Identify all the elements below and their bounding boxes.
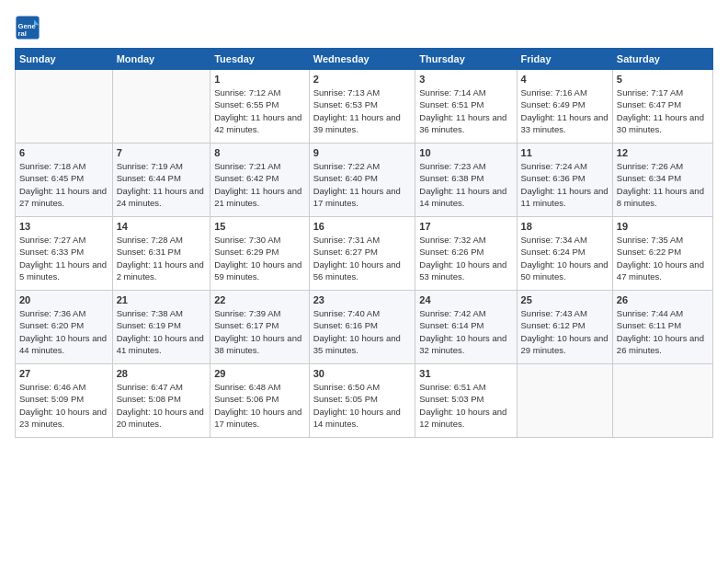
day-info: Sunrise: 7:36 AMSunset: 6:20 PMDaylight:… [19,307,108,356]
day-number: 21 [117,294,207,305]
logo: Gene ral [15,15,44,40]
day-number: 31 [419,368,512,379]
day-number: 4 [521,74,609,85]
day-info: Sunrise: 7:44 AMSunset: 6:11 PMDaylight:… [617,307,709,356]
col-header-sunday: Sunday [16,49,113,70]
day-cell [517,364,612,438]
day-info: Sunrise: 7:22 AMSunset: 6:40 PMDaylight:… [313,160,412,209]
day-number: 25 [521,294,609,305]
day-info: Sunrise: 6:50 AMSunset: 5:05 PMDaylight:… [313,381,412,430]
day-info: Sunrise: 6:48 AMSunset: 5:06 PMDaylight:… [214,381,305,430]
calendar-table: SundayMondayTuesdayWednesdayThursdayFrid… [15,48,713,438]
day-cell: 16Sunrise: 7:31 AMSunset: 6:27 PMDayligh… [309,217,415,291]
day-cell: 31Sunrise: 6:51 AMSunset: 5:03 PMDayligh… [415,364,517,438]
day-cell: 24Sunrise: 7:42 AMSunset: 6:14 PMDayligh… [415,291,517,364]
header: Gene ral [15,15,713,40]
day-info: Sunrise: 7:35 AMSunset: 6:22 PMDaylight:… [617,234,709,282]
day-cell: 14Sunrise: 7:28 AMSunset: 6:31 PMDayligh… [112,217,210,291]
day-number: 20 [19,294,108,305]
day-cell: 12Sunrise: 7:26 AMSunset: 6:34 PMDayligh… [612,144,712,217]
day-cell: 6Sunrise: 7:18 AMSunset: 6:45 PMDaylight… [16,144,113,217]
day-number: 12 [617,147,709,158]
day-info: Sunrise: 7:27 AMSunset: 6:33 PMDaylight:… [19,234,108,282]
day-cell: 20Sunrise: 7:36 AMSunset: 6:20 PMDayligh… [16,291,113,364]
day-info: Sunrise: 7:14 AMSunset: 6:51 PMDaylight:… [419,86,512,135]
day-number: 22 [214,294,305,305]
day-info: Sunrise: 6:51 AMSunset: 5:03 PMDaylight:… [419,381,512,430]
day-number: 17 [419,221,512,232]
day-info: Sunrise: 7:31 AMSunset: 6:27 PMDaylight:… [313,234,412,282]
day-cell: 10Sunrise: 7:23 AMSunset: 6:38 PMDayligh… [415,144,517,217]
day-cell: 28Sunrise: 6:47 AMSunset: 5:08 PMDayligh… [112,364,210,438]
svg-text:ral: ral [18,29,27,38]
day-info: Sunrise: 7:28 AMSunset: 6:31 PMDaylight:… [117,234,207,282]
day-number: 13 [19,221,108,232]
day-number: 18 [521,221,609,232]
day-number: 29 [214,368,305,379]
day-number: 7 [117,147,207,158]
day-cell: 23Sunrise: 7:40 AMSunset: 6:16 PMDayligh… [309,291,415,364]
day-info: Sunrise: 7:19 AMSunset: 6:44 PMDaylight:… [117,160,207,209]
day-cell [16,70,113,144]
day-number: 15 [214,221,305,232]
day-number: 26 [617,294,709,305]
day-number: 27 [19,368,108,379]
day-number: 19 [617,221,709,232]
day-cell: 3Sunrise: 7:14 AMSunset: 6:51 PMDaylight… [415,70,517,144]
day-number: 16 [313,221,412,232]
day-info: Sunrise: 7:12 AMSunset: 6:55 PMDaylight:… [214,86,305,135]
day-cell: 1Sunrise: 7:12 AMSunset: 6:55 PMDaylight… [210,70,310,144]
day-number: 8 [214,147,305,158]
day-number: 11 [521,147,609,158]
day-cell: 21Sunrise: 7:38 AMSunset: 6:19 PMDayligh… [112,291,210,364]
day-info: Sunrise: 7:21 AMSunset: 6:42 PMDaylight:… [214,160,305,209]
day-cell [612,364,712,438]
col-header-saturday: Saturday [612,49,712,70]
day-cell: 17Sunrise: 7:32 AMSunset: 6:26 PMDayligh… [415,217,517,291]
day-cell: 27Sunrise: 6:46 AMSunset: 5:09 PMDayligh… [16,364,113,438]
day-number: 2 [313,74,412,85]
col-header-friday: Friday [517,49,612,70]
day-info: Sunrise: 7:26 AMSunset: 6:34 PMDaylight:… [617,160,709,209]
day-info: Sunrise: 7:18 AMSunset: 6:45 PMDaylight:… [19,160,108,209]
col-header-monday: Monday [112,49,210,70]
day-info: Sunrise: 6:47 AMSunset: 5:08 PMDaylight:… [117,381,207,430]
day-number: 24 [419,294,512,305]
day-cell: 13Sunrise: 7:27 AMSunset: 6:33 PMDayligh… [16,217,113,291]
day-info: Sunrise: 7:38 AMSunset: 6:19 PMDaylight:… [117,307,207,356]
logo-icon: Gene ral [15,15,40,40]
day-cell: 18Sunrise: 7:34 AMSunset: 6:24 PMDayligh… [517,217,612,291]
day-info: Sunrise: 7:39 AMSunset: 6:17 PMDaylight:… [214,307,305,356]
day-info: Sunrise: 7:13 AMSunset: 6:53 PMDaylight:… [313,86,412,135]
day-info: Sunrise: 7:34 AMSunset: 6:24 PMDaylight:… [521,234,609,282]
day-cell: 9Sunrise: 7:22 AMSunset: 6:40 PMDaylight… [309,144,415,217]
day-info: Sunrise: 7:42 AMSunset: 6:14 PMDaylight:… [419,307,512,356]
week-row-3: 13Sunrise: 7:27 AMSunset: 6:33 PMDayligh… [16,217,713,291]
day-number: 10 [419,147,512,158]
day-cell: 25Sunrise: 7:43 AMSunset: 6:12 PMDayligh… [517,291,612,364]
col-header-wednesday: Wednesday [309,49,415,70]
day-info: Sunrise: 7:43 AMSunset: 6:12 PMDaylight:… [521,307,609,356]
day-number: 28 [117,368,207,379]
day-cell: 11Sunrise: 7:24 AMSunset: 6:36 PMDayligh… [517,144,612,217]
day-number: 9 [313,147,412,158]
header-row: SundayMondayTuesdayWednesdayThursdayFrid… [16,49,713,70]
day-cell: 26Sunrise: 7:44 AMSunset: 6:11 PMDayligh… [612,291,712,364]
day-info: Sunrise: 7:30 AMSunset: 6:29 PMDaylight:… [214,234,305,282]
day-cell [112,70,210,144]
week-row-4: 20Sunrise: 7:36 AMSunset: 6:20 PMDayligh… [16,291,713,364]
day-cell: 30Sunrise: 6:50 AMSunset: 5:05 PMDayligh… [309,364,415,438]
day-cell: 29Sunrise: 6:48 AMSunset: 5:06 PMDayligh… [210,364,310,438]
day-number: 6 [19,147,108,158]
week-row-5: 27Sunrise: 6:46 AMSunset: 5:09 PMDayligh… [16,364,713,438]
day-cell: 4Sunrise: 7:16 AMSunset: 6:49 PMDaylight… [517,70,612,144]
day-cell: 15Sunrise: 7:30 AMSunset: 6:29 PMDayligh… [210,217,310,291]
day-info: Sunrise: 7:23 AMSunset: 6:38 PMDaylight:… [419,160,512,209]
week-row-2: 6Sunrise: 7:18 AMSunset: 6:45 PMDaylight… [16,144,713,217]
day-cell: 7Sunrise: 7:19 AMSunset: 6:44 PMDaylight… [112,144,210,217]
day-info: Sunrise: 7:17 AMSunset: 6:47 PMDaylight:… [617,86,709,135]
day-number: 3 [419,74,512,85]
day-cell: 22Sunrise: 7:39 AMSunset: 6:17 PMDayligh… [210,291,310,364]
day-info: Sunrise: 7:24 AMSunset: 6:36 PMDaylight:… [521,160,609,209]
day-info: Sunrise: 6:46 AMSunset: 5:09 PMDaylight:… [19,381,108,430]
